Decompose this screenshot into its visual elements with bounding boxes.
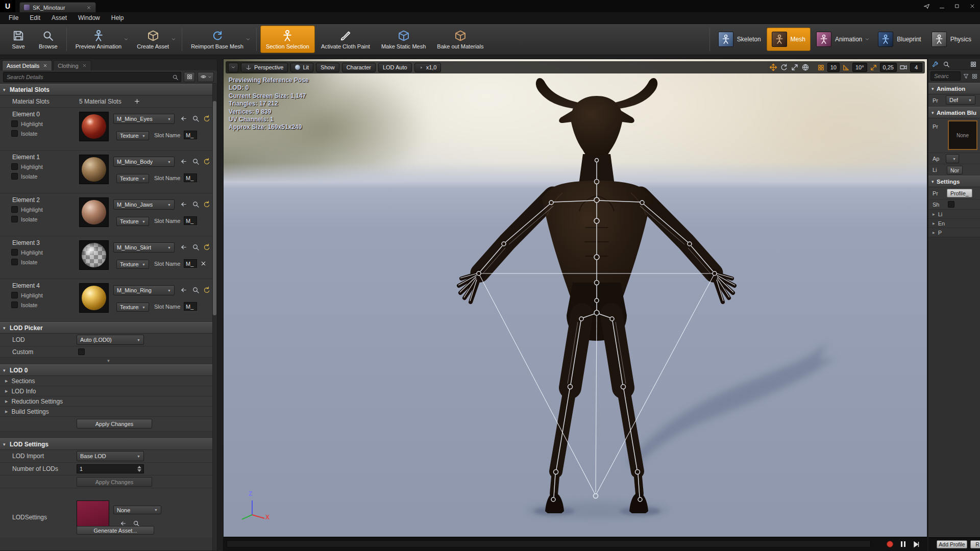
translate-tool-icon[interactable] <box>769 63 777 71</box>
grid-view-icon[interactable] <box>970 61 977 68</box>
grid-snap-value[interactable]: 10 <box>827 63 840 72</box>
material-thumbnail[interactable] <box>79 240 109 270</box>
material-thumbnail[interactable] <box>79 283 109 313</box>
visibility-filter-button[interactable] <box>198 72 214 82</box>
use-selected-asset-icon[interactable] <box>180 115 187 122</box>
material-select[interactable]: M_Mino_Body <box>113 157 175 167</box>
animation-blueprint-section-header[interactable]: Animation Blu <box>928 107 980 118</box>
show-checkbox[interactable] <box>948 201 954 208</box>
collapsed-post-row[interactable]: P <box>928 228 980 237</box>
search-icon[interactable] <box>943 61 950 68</box>
isolate-checkbox[interactable] <box>11 216 18 222</box>
section-selection-button[interactable]: Section Selection <box>260 26 315 53</box>
timeline-track[interactable] <box>227 540 871 547</box>
build-settings-row[interactable]: Build Settings <box>0 407 217 417</box>
add-material-slot-button[interactable] <box>134 98 140 105</box>
tab-clothing[interactable]: Clothing <box>53 60 91 70</box>
preview-animation-button[interactable]: Preview Animation <box>70 26 131 53</box>
tab-asset-details[interactable]: Asset Details <box>2 60 52 70</box>
browse-button[interactable]: Browse <box>34 26 63 53</box>
browse-to-asset-icon[interactable] <box>192 201 200 208</box>
lod-import-select[interactable]: Base LOD <box>77 451 144 461</box>
use-selected-asset-icon[interactable] <box>180 243 187 251</box>
material-select[interactable]: M_Mino_Ring <box>113 285 175 295</box>
material-select[interactable]: M_Mino_Eyes <box>113 114 175 124</box>
menu-file[interactable]: File <box>3 12 24 24</box>
menu-help[interactable]: Help <box>106 12 130 24</box>
rotation-snap-value[interactable]: 10° <box>852 63 867 72</box>
apply-changes-button[interactable]: Apply Changes <box>77 419 152 429</box>
material-thumbnail[interactable] <box>79 155 109 184</box>
apply-changes-button-2[interactable]: Apply Changes <box>77 477 152 487</box>
textures-dropdown[interactable]: Textures <box>116 303 149 312</box>
chevron-down-icon[interactable] <box>124 37 129 42</box>
bake-out-materials-button[interactable]: Bake out Materials <box>432 26 488 53</box>
search-details-input[interactable] <box>4 74 181 80</box>
profile-button[interactable]: Profile_ <box>947 189 972 197</box>
reset-to-default-icon[interactable] <box>203 286 211 294</box>
expander-handle[interactable]: ▼ <box>0 358 217 364</box>
maximize-button[interactable] <box>949 0 965 12</box>
save-button[interactable]: Save <box>4 26 33 53</box>
slot-name-input[interactable] <box>184 131 197 139</box>
mode-skeleton-button[interactable]: Skeleton <box>714 28 766 51</box>
isolate-checkbox[interactable] <box>11 130 18 137</box>
reset-to-default-icon[interactable] <box>203 201 211 208</box>
use-selected-asset-icon[interactable] <box>180 158 187 165</box>
browse-to-asset-icon[interactable] <box>192 243 200 251</box>
reset-to-default-icon[interactable] <box>203 158 211 165</box>
rotate-tool-icon[interactable] <box>780 63 788 71</box>
browse-to-asset-icon[interactable] <box>192 286 200 294</box>
textures-dropdown[interactable]: Textures <box>116 131 149 140</box>
use-selected-asset-icon[interactable] <box>180 201 187 208</box>
step-forward-button[interactable] <box>913 541 920 547</box>
asset-tab-close-icon[interactable] <box>86 5 91 10</box>
chevron-down-icon[interactable] <box>865 37 870 42</box>
close-icon[interactable] <box>82 63 87 68</box>
textures-dropdown[interactable]: Textures <box>116 217 149 226</box>
pause-button[interactable] <box>901 541 905 547</box>
show-button[interactable]: Show <box>316 63 339 72</box>
lod-settings-header[interactable]: LOD Settings <box>0 438 217 450</box>
grid-snap-icon[interactable] <box>817 64 825 71</box>
material-slots-header[interactable]: Material Slots <box>0 84 217 95</box>
slot-name-input[interactable] <box>184 216 197 225</box>
view-options-button[interactable] <box>184 72 195 82</box>
collapsed-lighting-row[interactable]: Li <box>928 210 980 219</box>
isolate-checkbox[interactable] <box>11 302 18 308</box>
viewport[interactable]: Perspective Lit Show Character LOD Auto … <box>223 59 927 551</box>
add-profile-button[interactable]: Add Profile <box>937 540 967 548</box>
textures-dropdown[interactable]: Textures <box>116 174 149 183</box>
anim-blueprint-thumbnail[interactable]: None <box>948 120 977 150</box>
textures-dropdown[interactable]: Textures <box>116 260 149 269</box>
generate-asset-button[interactable]: Generate Asset... <box>77 526 154 535</box>
number-spinner[interactable] <box>137 465 142 472</box>
clear-slot-icon[interactable] <box>200 260 207 267</box>
funnel-icon[interactable] <box>963 73 969 80</box>
mode-physics-button[interactable]: Physics <box>927 28 976 51</box>
material-select[interactable]: M_Mino_Jaws <box>113 199 175 210</box>
close-button[interactable] <box>965 0 980 12</box>
menu-asset[interactable]: Asset <box>46 12 72 24</box>
reimport-base-mesh-button[interactable]: Reimport Base Mesh <box>186 26 253 53</box>
viewport-options-button[interactable] <box>228 63 238 72</box>
reset-to-default-icon[interactable] <box>203 115 211 122</box>
menu-edit[interactable]: Edit <box>24 12 46 24</box>
isolate-checkbox[interactable] <box>11 173 18 180</box>
slot-name-input[interactable] <box>184 173 197 182</box>
rotation-snap-icon[interactable] <box>842 64 850 71</box>
details-search-input[interactable] <box>931 73 960 79</box>
scale-tool-icon[interactable] <box>791 63 799 71</box>
scale-snap-icon[interactable] <box>870 64 877 71</box>
chevron-down-icon[interactable] <box>246 37 251 42</box>
settings-section-header[interactable]: Settings <box>928 176 980 187</box>
timeline-bar[interactable] <box>224 537 927 550</box>
lod-picker-header[interactable]: LOD Picker <box>0 322 217 334</box>
perspective-button[interactable]: Perspective <box>241 63 288 72</box>
use-selected-asset-icon[interactable] <box>180 286 187 294</box>
browse-to-asset-icon[interactable] <box>192 115 200 122</box>
chevron-down-icon[interactable] <box>171 37 176 42</box>
sections-row[interactable]: Sections <box>0 376 217 386</box>
world-space-icon[interactable] <box>801 63 810 71</box>
menu-window[interactable]: Window <box>72 12 106 24</box>
